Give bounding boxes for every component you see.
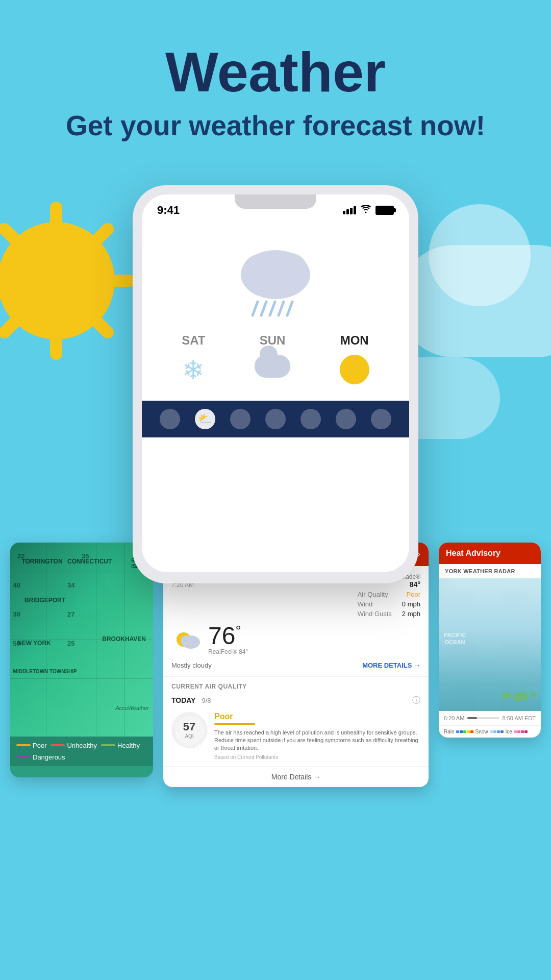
aqi-circle: 57 AQI (171, 712, 207, 748)
nav-item-5[interactable] (300, 409, 321, 429)
radar-timeline-bar (467, 717, 499, 719)
map-label-middletown: MIDDLETOWN TOWNSHIP (13, 669, 77, 674)
more-details-btn-text: More Details → (271, 773, 320, 781)
air-quality-status: Poor (214, 712, 420, 721)
realfeel-label: RealFeel® 84° (208, 648, 248, 655)
rain-cloud-icon (224, 236, 327, 323)
nav-item-4[interactable] (265, 409, 286, 429)
legend-dot-healthy (101, 744, 115, 746)
air-quality-section: CURRENT AIR QUALITY TODAY 9/8 ⓘ 57 AQI (163, 677, 429, 766)
radar-timeline-progress (467, 717, 477, 719)
map-label-bridgeport: BRIDGEPORT (24, 597, 65, 604)
today-header: TODAY 9/8 ⓘ (171, 695, 420, 706)
svg-line-16 (287, 302, 292, 315)
map-num-25: 25 (67, 640, 74, 647)
snow-seg-3 (497, 730, 500, 733)
wifi-icon (360, 204, 371, 216)
air-quality-description: The air has reached a high level of poll… (214, 729, 420, 752)
phone-wrapper: 9:41 (0, 185, 551, 583)
current-weather-row: 76° RealFeel® 84° (171, 624, 420, 655)
accuweather-badge: AccuWeather (115, 705, 149, 711)
nav-item-2-active[interactable]: ⛅ (195, 409, 215, 429)
svg-line-15 (279, 302, 284, 315)
nav-item-7[interactable] (371, 409, 391, 429)
phone-nav-bar[interactable]: ⛅ (142, 401, 409, 437)
map-legend: Poor Unhealthy Healthy Dangerous (10, 737, 153, 766)
app-title: Weather (20, 41, 531, 103)
snow-seg-4 (500, 730, 504, 733)
air-quality-source: Based on Current Pollutants (214, 754, 420, 760)
air-quality-bar (214, 723, 255, 725)
wind-label: Wind (358, 600, 373, 608)
legend-item-unhealthy: Unhealthy (51, 742, 97, 749)
svg-line-14 (270, 302, 275, 315)
forecast-item-sun: SUN (255, 333, 290, 385)
radar-legend-snow: Snow (475, 729, 504, 734)
sun-small-icon (340, 355, 369, 384)
map-grid-h4 (10, 678, 153, 679)
map-num-30: 30 (13, 610, 20, 618)
ice-seg-4 (524, 730, 528, 733)
map-label-brookhaven: BROOKHAVEN (102, 635, 146, 643)
forecast-day-sat: SAT (182, 333, 205, 348)
island-1 (502, 691, 512, 699)
signal-bar-2 (346, 209, 349, 214)
ice-seg-2 (517, 730, 520, 733)
legend-label-healthy: Healthy (117, 742, 140, 749)
forecast-item-mon: MON (340, 333, 369, 385)
aqi-sub-label: AQI (185, 733, 193, 739)
radar-time-end: 8:50 AM EDT (503, 715, 536, 721)
svg-line-13 (261, 302, 266, 315)
legend-label-dangerous: Dangerous (33, 753, 65, 761)
wind-gusts-value: 2 mph (402, 610, 420, 618)
signal-bar-1 (343, 211, 345, 214)
rain-seg-5 (470, 730, 473, 733)
snow-legend-label: Snow (475, 729, 488, 734)
legend-label-unhealthy: Unhealthy (67, 742, 97, 749)
aqi-value: 57 (183, 720, 195, 733)
svg-line-12 (253, 302, 258, 315)
wind-value: 0 mph (402, 600, 420, 608)
partly-cloudy-icon (171, 627, 202, 652)
ice-legend-label: Ice (506, 729, 512, 734)
wind-gusts-label: Wind Gusts (358, 610, 392, 618)
ice-legend-bar (514, 730, 528, 733)
svg-point-19 (181, 635, 191, 646)
phone-frame: 9:41 (133, 185, 418, 583)
snowflake-icon: ❄ (182, 355, 205, 385)
air-quality-info: Poor The air has reached a high level of… (214, 712, 420, 760)
radar-legend: Rain Snow Ice (439, 725, 541, 738)
nav-item-6[interactable] (336, 409, 356, 429)
forecast-row: SAT ❄ SUN MON (152, 323, 399, 401)
today-label: TODAY (171, 696, 195, 704)
radar-map: PACIFICOCEAN (439, 578, 541, 711)
nav-item-3[interactable] (230, 409, 251, 429)
snow-seg-2 (493, 730, 496, 733)
rain-seg-3 (463, 730, 466, 733)
air-quality-section-label: CURRENT AIR QUALITY (171, 683, 420, 690)
rain-seg-2 (460, 730, 463, 733)
radar-islands (502, 693, 536, 701)
signal-bar-3 (350, 208, 353, 214)
radar-pacific-label: PACIFICOCEAN (444, 631, 466, 646)
air-quality-row: 57 AQI Poor The air has reached a high l… (171, 712, 420, 760)
island-3 (529, 692, 536, 697)
island-2 (513, 691, 528, 702)
temp-value: 76° (208, 622, 241, 649)
svg-point-11 (274, 253, 307, 286)
temp-unit: ° (235, 623, 241, 639)
rain-legend-label: Rain (444, 729, 455, 734)
bottom-cards: 22 35 40 34 30 27 50 25 TORRINGTON CONNE… (0, 543, 551, 818)
nav-item-1[interactable] (160, 409, 180, 429)
forecast-item-sat: SAT ❄ (182, 333, 205, 385)
app-subtitle: Get your weather forecast now! (20, 108, 531, 144)
today-date: 9/8 (202, 697, 211, 704)
forecast-day-sun: SUN (260, 333, 286, 348)
battery-icon (375, 206, 394, 215)
svg-point-10 (242, 254, 281, 292)
more-details-button[interactable]: More Details → (163, 766, 429, 787)
more-details-link[interactable]: MORE DETAILS → (362, 662, 420, 669)
legend-dot-unhealthy (51, 744, 65, 746)
forecast-day-mon: MON (340, 333, 369, 348)
nav-partly-cloudy-icon: ⛅ (198, 412, 212, 426)
